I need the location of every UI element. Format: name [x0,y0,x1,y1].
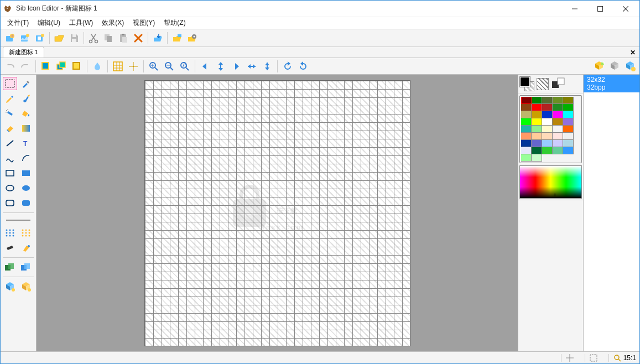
sharpen-tool[interactable] [19,241,33,254]
color-swatch[interactable] [563,111,574,118]
eraser-tool[interactable] [3,122,17,135]
color-swatch[interactable] [521,154,532,162]
zoom-in-button[interactable] [147,59,161,74]
color-swatch[interactable] [532,140,542,147]
text-tool[interactable]: T [19,137,33,150]
color-swatch[interactable] [542,126,553,133]
redo-button[interactable] [18,59,33,74]
undo-button[interactable] [3,59,17,74]
color-picker-tool[interactable] [19,77,33,90]
color-swatch[interactable] [553,133,563,140]
color-swatch[interactable] [563,140,574,147]
maximize-button[interactable] [587,1,613,17]
pixel-canvas[interactable]: 安下载 anxz.com [144,80,410,346]
color-swatch[interactable] [563,118,574,126]
color-swatch[interactable] [553,140,563,147]
settings-button[interactable] [185,31,199,45]
new-image-button[interactable] [18,31,32,45]
color-swatch[interactable] [553,126,563,133]
color-swatch[interactable] [521,97,532,104]
color-swatch[interactable] [532,118,542,126]
color-swatch[interactable] [563,97,574,104]
color-swatch[interactable] [532,104,542,111]
copy-button[interactable] [101,31,116,45]
color-swatch[interactable] [521,111,532,118]
arc-tool[interactable] [19,152,33,165]
color-swatch[interactable] [521,140,532,147]
menu-help[interactable]: 帮助(Z) [159,17,190,29]
select-tool[interactable] [3,77,17,90]
fill-tool[interactable] [19,107,33,120]
color-swatch[interactable] [542,97,553,104]
move-right-button[interactable] [229,59,243,74]
3d-tool-2[interactable] [19,280,33,293]
rectangle-fill-tool[interactable] [19,167,33,180]
close-button[interactable] [613,1,638,17]
menu-tools[interactable]: 工具(W) [65,17,97,29]
close-all-tabs-button[interactable]: ✕ [628,48,637,57]
menu-effects[interactable]: 效果(X) [97,17,128,29]
add-image-button[interactable]: + [592,59,606,74]
grid-toggle-button[interactable] [111,59,125,74]
3d-tool-1[interactable] [3,280,17,293]
rectangle-outline-tool[interactable] [3,167,17,180]
color-swatch[interactable] [532,126,542,133]
replace-image-button[interactable] [607,59,622,74]
menu-view[interactable]: 视图(Y) [128,17,159,29]
color-swatch[interactable] [532,97,542,104]
color-swatch[interactable] [542,111,553,118]
new-cursor-button[interactable] [33,31,47,45]
line-tool[interactable] [3,137,17,150]
flip-horizontal-button[interactable] [244,59,259,74]
zoom-out-button[interactable] [162,59,176,74]
color-swatch[interactable] [521,126,532,133]
document-tab[interactable]: 新建图标 1 [3,46,44,58]
move-vertical-button[interactable] [214,59,228,74]
curve-tool[interactable] [3,152,17,165]
line-weight-selector[interactable] [3,216,34,225]
color-swatch[interactable] [521,118,532,126]
foreground-background-color[interactable] [520,77,534,91]
brush-tool[interactable] [19,92,33,105]
export-image-button[interactable] [623,59,637,74]
layer-button-2[interactable] [54,59,69,74]
flip-vertical-button[interactable] [260,59,274,74]
pattern-tool-2[interactable] [19,226,33,240]
color-swatch[interactable] [532,133,542,140]
ellipse-fill-tool[interactable] [19,181,33,195]
color-swatch[interactable] [521,133,532,140]
color-swatch[interactable] [563,147,574,154]
color-swatch[interactable] [553,147,563,154]
download-button[interactable] [150,31,165,45]
library-button[interactable] [170,31,184,45]
color-swatch[interactable] [542,104,553,111]
color-swatch[interactable] [542,147,553,154]
menu-edit[interactable]: 编辑(U) [33,17,65,29]
format-list-item[interactable]: 32x32 32bpp [584,75,639,92]
pencil-tool[interactable] [3,92,17,105]
pattern-tool-1[interactable] [3,226,17,240]
hatch-swatch[interactable] [537,78,549,90]
open-button[interactable] [52,31,66,45]
crop-tool[interactable] [3,261,17,274]
rotate-left-button[interactable] [280,59,295,74]
rounded-rect-fill-tool[interactable] [19,196,33,210]
color-swatch[interactable] [542,140,553,147]
resize-tool[interactable] [19,261,33,274]
color-swatch[interactable] [542,118,553,126]
color-swatch[interactable] [521,147,532,154]
delete-button[interactable] [131,31,145,45]
airbrush-tool[interactable] [3,107,17,120]
move-left-button[interactable] [198,59,212,74]
color-swatch[interactable] [532,154,542,162]
zoom-actual-button[interactable]: A [178,59,192,74]
color-swatch[interactable] [563,133,574,140]
color-swatch[interactable] [521,104,532,111]
water-drop-button[interactable] [90,59,105,74]
color-swatch[interactable] [542,133,553,140]
rotate-right-button[interactable] [296,59,310,74]
layer-button-1[interactable] [39,59,53,74]
color-swatch[interactable] [553,104,563,111]
color-swatch[interactable] [553,111,563,118]
cut-button[interactable] [86,31,101,45]
